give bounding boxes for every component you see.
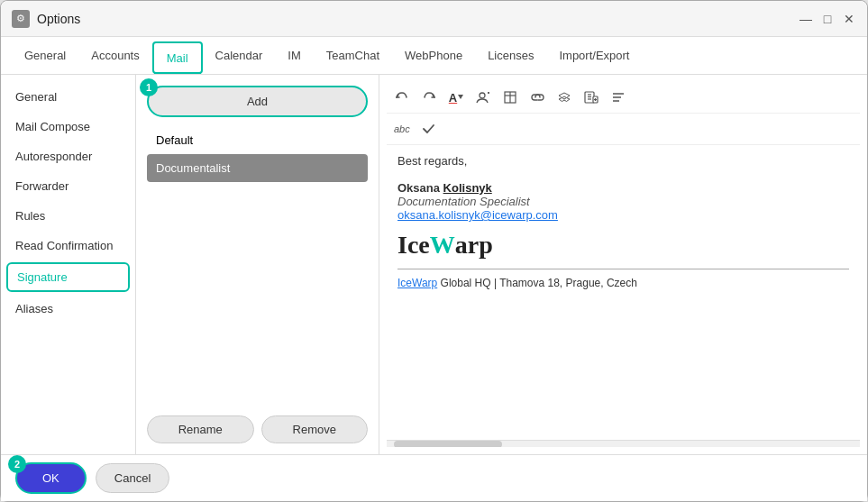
app-icon: ⚙ (12, 10, 30, 28)
spellcheck-button[interactable]: abc (390, 117, 414, 141)
dropbox-button[interactable] (553, 86, 576, 109)
sidebar-item-general[interactable]: General (1, 82, 135, 112)
tab-mail[interactable]: Mail (152, 41, 203, 74)
signature-item-documentalist[interactable]: Documentalist (147, 154, 368, 182)
main-content: General Mail Compose Autoresponder Forwa… (1, 75, 867, 454)
sidebar-item-read-confirmation[interactable]: Read Confirmation (1, 231, 135, 260)
insert-link-button[interactable] (525, 86, 549, 109)
minimize-button[interactable]: — (799, 12, 813, 26)
ok-button[interactable]: OK (15, 462, 87, 494)
center-panel: 1 Add Default Documentalist Rename Remov… (136, 75, 379, 454)
logo-arp: arp (455, 231, 493, 260)
tab-webphone[interactable]: WebPhone (392, 36, 475, 74)
center-panel-footer: Rename Remove (147, 415, 368, 443)
editor-h-scrollbar-thumb (394, 441, 502, 447)
spellcheck-check-button[interactable] (417, 117, 441, 141)
add-badge: 1 (140, 78, 158, 96)
undo-button[interactable] (390, 86, 414, 109)
editor-wrapper: Best regards, Oksana Kolisnyk Documentat… (387, 145, 860, 447)
redo-button[interactable] (417, 86, 441, 109)
editor-toolbar-row2: abc (387, 114, 860, 145)
email-text[interactable]: oksana.kolisnyk@icewarp.com (397, 208, 849, 222)
icewarp-logo: IceWarp (397, 231, 849, 260)
font-color-icon: A (449, 91, 457, 105)
tab-licenses[interactable]: Licenses (475, 36, 546, 74)
window-title: Options (37, 12, 799, 26)
name-first: Oksana (397, 181, 443, 195)
svg-marker-0 (458, 95, 463, 99)
svg-point-1 (480, 93, 485, 98)
editor-toolbar: A (387, 82, 860, 114)
remove-button[interactable]: Remove (261, 415, 369, 443)
footer-text: IceWarp Global HQ | Thamova 18, Prague, … (397, 277, 849, 289)
add-button-wrapper: 1 Add (147, 86, 368, 117)
bottom-bar: 2 OK Cancel (1, 454, 867, 501)
signature-item-default[interactable]: Default (147, 126, 368, 154)
insert-table-button[interactable] (498, 86, 522, 109)
cancel-button[interactable]: Cancel (96, 463, 169, 493)
title-text: Documentation Specialist (397, 195, 849, 208)
editor-horizontal-scrollbar[interactable] (387, 440, 860, 447)
tab-calendar[interactable]: Calendar (203, 36, 276, 74)
tab-importexport[interactable]: Import/Export (546, 36, 642, 74)
rename-button[interactable]: Rename (147, 415, 254, 443)
insert-contact-button[interactable] (471, 86, 495, 109)
sidebar: General Mail Compose Autoresponder Forwa… (1, 75, 136, 454)
attach-button[interactable] (580, 86, 603, 109)
maximize-button[interactable]: □ (820, 12, 835, 26)
footer-rest: Global HQ | Thamova 18, Prague, Czech (437, 277, 637, 289)
signature-list: Default Documentalist (147, 126, 368, 406)
editor-panel: A (379, 75, 867, 454)
logo-w: W (430, 231, 455, 260)
toolbar-row-1: A (390, 86, 630, 109)
sidebar-item-autoresponder[interactable]: Autoresponder (1, 141, 135, 171)
ok-button-wrapper: 2 OK (15, 462, 87, 494)
tab-teamchat[interactable]: TeamChat (314, 36, 392, 74)
ok-badge: 2 (8, 455, 26, 473)
name-text: Oksana Kolisnyk (397, 181, 849, 195)
tab-im[interactable]: IM (275, 36, 313, 74)
sidebar-item-aliases[interactable]: Aliases (1, 294, 135, 324)
greeting-text: Best regards, (397, 154, 849, 168)
sidebar-item-signature[interactable]: Signature (6, 262, 130, 292)
tab-general[interactable]: General (12, 36, 78, 74)
options-window: ⚙ Options — □ ✕ General Accounts Mail Ca… (0, 0, 868, 502)
window-controls: — □ ✕ (799, 12, 856, 26)
sidebar-item-rules[interactable]: Rules (1, 201, 135, 231)
editor-area[interactable]: Best regards, Oksana Kolisnyk Documentat… (387, 145, 860, 440)
add-signature-button[interactable]: Add (147, 86, 368, 117)
editor-content: Best regards, Oksana Kolisnyk Documentat… (397, 154, 849, 289)
nav-tabs: General Accounts Mail Calendar IM TeamCh… (1, 37, 867, 75)
sidebar-item-mail-compose[interactable]: Mail Compose (1, 112, 135, 141)
font-color-button[interactable]: A (444, 86, 468, 109)
title-bar: ⚙ Options — □ ✕ (1, 1, 867, 37)
close-button[interactable]: ✕ (842, 12, 856, 26)
more-button[interactable] (607, 86, 630, 109)
footer-link[interactable]: IceWarp (397, 277, 437, 289)
tab-accounts[interactable]: Accounts (78, 36, 151, 74)
sidebar-item-forwarder[interactable]: Forwarder (1, 171, 135, 201)
name-last: Kolisnyk (443, 181, 492, 195)
logo-ice: Ice (397, 231, 430, 260)
signature-divider (397, 269, 849, 269)
